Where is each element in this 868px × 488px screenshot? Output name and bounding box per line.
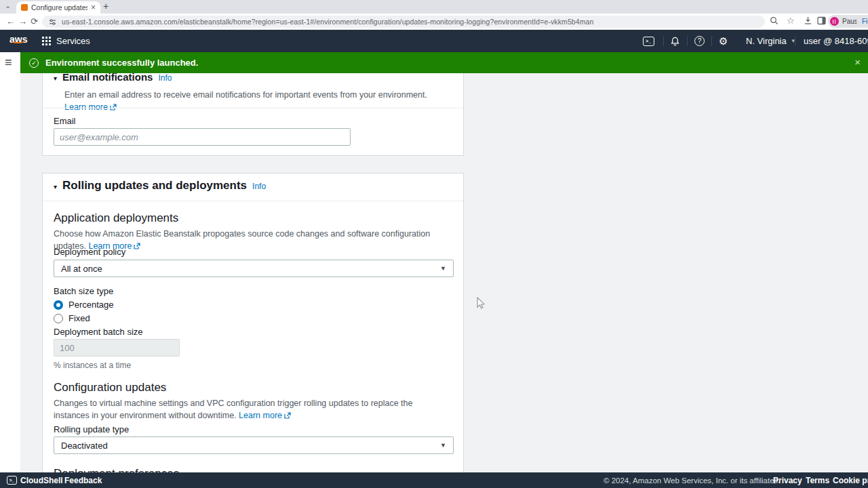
section-collapse-icon[interactable]: ▾ bbox=[54, 75, 57, 82]
configuration-updates-heading: Configuration updates bbox=[54, 381, 166, 394]
cookie-preferences-link[interactable]: Cookie preferences bbox=[833, 476, 868, 485]
rolling-update-type-label: Rolling update type bbox=[54, 424, 129, 434]
forward-icon[interactable]: → bbox=[18, 16, 27, 26]
cloudshell-terminal-icon: >_ bbox=[643, 37, 654, 46]
radio-label: Percentage bbox=[68, 300, 114, 310]
batch-size-type-label: Batch size type bbox=[54, 286, 113, 296]
cloudshell-terminal-icon[interactable]: >_ bbox=[7, 476, 17, 485]
external-link-icon bbox=[284, 412, 291, 419]
description-text: Changes to virtual machine settings and … bbox=[54, 399, 412, 420]
info-link[interactable]: Info bbox=[252, 182, 266, 191]
rolling-section-header[interactable]: ▾ Rolling updates and deployments Info bbox=[54, 179, 266, 192]
radio-selected-icon[interactable] bbox=[54, 300, 63, 310]
url-text: us-east-1.console.aws.amazon.com/elastic… bbox=[62, 18, 593, 26]
browser-toolbar: ← → ⟳ us-east-1.console.aws.amazon.com/e… bbox=[0, 14, 868, 30]
terms-link[interactable]: Terms bbox=[806, 476, 829, 485]
section-description: Enter an email address to receive email … bbox=[64, 89, 444, 113]
finish-update-button[interactable]: Fin bbox=[856, 15, 868, 28]
zoom-icon[interactable] bbox=[770, 16, 778, 25]
rolling-update-type-select[interactable]: Deactivated ▼ bbox=[54, 436, 454, 454]
beanstalk-favicon-icon bbox=[21, 4, 28, 11]
batch-size-helper-text: % instances at a time bbox=[54, 361, 131, 370]
gear-icon: ⚙ bbox=[719, 35, 728, 47]
footer-cloudshell-button[interactable]: CloudShell bbox=[20, 476, 63, 485]
tab-title: Configure updates, monitoring bbox=[31, 3, 87, 12]
description-text: Enter an email address to receive email … bbox=[64, 90, 427, 100]
check-circle-icon: ✓ bbox=[29, 58, 39, 68]
divider bbox=[43, 108, 463, 108]
header-separator bbox=[795, 36, 795, 46]
rolling-updates-section: ▾ Rolling updates and deployments Info A… bbox=[42, 173, 464, 478]
email-notifications-section: ▾ Email notifications Info Enter an emai… bbox=[42, 61, 464, 156]
chevron-down-icon: ▼ bbox=[440, 442, 446, 449]
refresh-icon[interactable]: ⟳ bbox=[31, 16, 38, 26]
copyright-text: © 2024, Amazon Web Services, Inc. or its… bbox=[604, 476, 781, 485]
account-label: user @ 8418-6092-73 bbox=[804, 36, 868, 46]
divider bbox=[43, 201, 463, 201]
aws-console-header: aws Services cloudformation × >_ ? ⚙ bbox=[0, 30, 868, 52]
configuration-updates-description: Changes to virtual machine settings and … bbox=[54, 397, 446, 422]
banner-close-icon[interactable]: × bbox=[854, 57, 861, 67]
download-icon[interactable] bbox=[804, 16, 812, 25]
email-label: Email bbox=[54, 116, 76, 126]
bell-icon bbox=[670, 36, 680, 47]
bookmark-star-icon[interactable]: ☆ bbox=[787, 16, 795, 26]
external-link-icon bbox=[134, 243, 140, 249]
new-tab-button[interactable]: + bbox=[103, 1, 108, 12]
header-separator bbox=[711, 36, 712, 46]
privacy-link[interactable]: Privacy bbox=[773, 476, 802, 485]
services-menu[interactable]: Services bbox=[42, 30, 90, 52]
help-button[interactable]: ? bbox=[694, 30, 705, 52]
section-collapse-icon[interactable]: ▾ bbox=[54, 183, 57, 190]
deployment-batch-size-label: Deployment batch size bbox=[54, 327, 143, 337]
radio-label: Fixed bbox=[68, 313, 90, 323]
back-icon[interactable]: ← bbox=[6, 16, 15, 26]
notifications-button[interactable] bbox=[670, 30, 680, 52]
learn-more-link[interactable]: Learn more bbox=[239, 411, 282, 420]
region-label: N. Virginia bbox=[746, 36, 787, 46]
selected-value: Deactivated bbox=[61, 441, 108, 451]
selected-value: All at once bbox=[61, 264, 102, 274]
radio-fixed[interactable]: Fixed bbox=[54, 313, 90, 323]
footer-feedback-button[interactable]: Feedback bbox=[64, 476, 102, 485]
email-field[interactable] bbox=[54, 128, 351, 146]
browser-tab[interactable]: Configure updates, monitoring × bbox=[16, 1, 100, 14]
cloudshell-button[interactable]: >_ bbox=[643, 30, 654, 52]
banner-message: Environment successfully launched. bbox=[45, 58, 198, 68]
success-banner: ✓ Environment successfully launched. × bbox=[20, 52, 868, 73]
application-deployments-heading: Application deployments bbox=[54, 211, 178, 225]
radio-percentage[interactable]: Percentage bbox=[54, 300, 114, 310]
services-grid-icon bbox=[42, 37, 51, 45]
tab-close-icon[interactable]: × bbox=[91, 3, 96, 12]
tab-search-chevron-icon[interactable]: ⌄ bbox=[5, 1, 11, 10]
site-info-icon[interactable] bbox=[49, 18, 56, 26]
header-separator bbox=[663, 36, 664, 46]
mouse-cursor bbox=[475, 297, 485, 310]
info-link[interactable]: Info bbox=[158, 73, 172, 83]
radio-unselected-icon[interactable] bbox=[54, 314, 63, 323]
profile-avatar-paused-icon bbox=[830, 17, 839, 26]
side-panel-icon[interactable] bbox=[817, 16, 826, 25]
deployment-batch-size-field bbox=[54, 339, 180, 357]
services-label: Services bbox=[56, 36, 90, 46]
region-selector[interactable]: N. Virginia ▼ bbox=[746, 30, 796, 52]
deployment-policy-select[interactable]: All at once ▼ bbox=[54, 260, 454, 277]
finish-update-label: Fin bbox=[862, 18, 868, 25]
address-bar[interactable]: us-east-1.console.aws.amazon.com/elastic… bbox=[42, 16, 765, 28]
browser-tab-strip: ⌄ Configure updates, monitoring × + bbox=[0, 0, 868, 14]
help-icon: ? bbox=[694, 36, 705, 46]
account-menu[interactable]: user @ 8418-6092-73 bbox=[804, 30, 868, 52]
menu-icon[interactable]: ≡ bbox=[5, 56, 12, 68]
chevron-down-icon: ▼ bbox=[440, 265, 446, 272]
section-title: Rolling updates and deployments bbox=[62, 179, 247, 192]
deployment-policy-label: Deployment policy bbox=[54, 247, 125, 257]
console-footer: >_ CloudShell Feedback © 2024, Amazon We… bbox=[0, 472, 868, 488]
settings-button[interactable]: ⚙ bbox=[719, 30, 728, 52]
collapsed-sidebar: ≡ bbox=[0, 52, 20, 472]
header-separator bbox=[687, 36, 688, 46]
